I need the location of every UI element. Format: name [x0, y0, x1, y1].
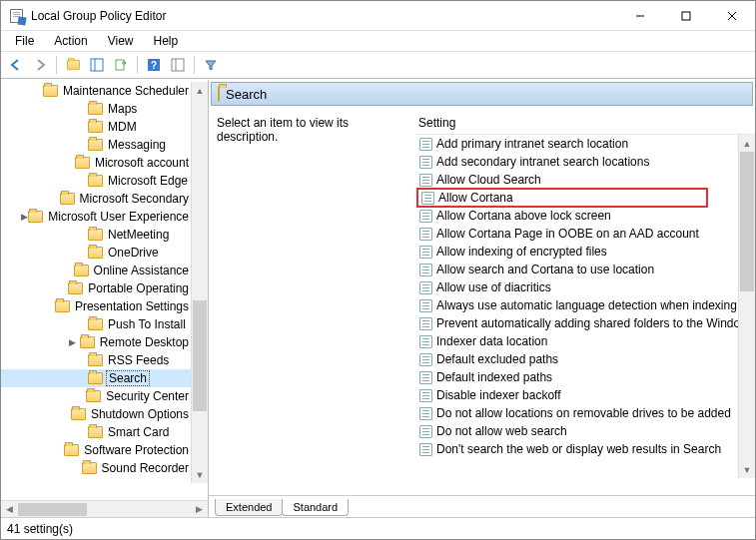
folder-icon: [87, 246, 103, 260]
back-button[interactable]: [5, 54, 27, 76]
tree-item[interactable]: OneDrive: [1, 244, 191, 262]
tree-item[interactable]: Software Protection: [1, 441, 191, 459]
tree-item[interactable]: Maintenance Scheduler: [1, 82, 191, 100]
maximize-button[interactable]: [663, 1, 709, 30]
tabs-strip: Extended Standard: [209, 495, 755, 517]
setting-item[interactable]: Allow Cortana above lock screen: [416, 207, 738, 225]
tree-item[interactable]: Presentation Settings: [1, 297, 191, 315]
setting-label: Default indexed paths: [436, 370, 552, 384]
titlebar: Local Group Policy Editor: [1, 1, 755, 31]
setting-item[interactable]: Prevent automatically adding shared fold…: [416, 314, 738, 332]
tree-item[interactable]: MDM: [1, 118, 191, 136]
setting-item[interactable]: Add secondary intranet search locations: [416, 153, 738, 171]
setting-item[interactable]: Disable indexer backoff: [416, 386, 738, 404]
setting-item[interactable]: Allow Cloud Search: [416, 171, 738, 189]
tree-item[interactable]: Microsoft account: [1, 154, 191, 172]
tab-extended[interactable]: Extended: [215, 499, 283, 516]
policy-icon: [418, 334, 432, 348]
tree-item[interactable]: ▶Microsoft User Experience: [1, 208, 191, 226]
tree-item[interactable]: Maps: [1, 100, 191, 118]
tree-item[interactable]: Shutdown Options: [1, 405, 191, 423]
forward-button[interactable]: [29, 54, 51, 76]
export-button[interactable]: [110, 54, 132, 76]
folder-icon: [75, 156, 90, 170]
setting-label: Always use automatic language detection …: [436, 298, 737, 312]
tree-item[interactable]: NetMeeting: [1, 226, 191, 244]
setting-item[interactable]: Do not allow locations on removable driv…: [416, 404, 738, 422]
setting-item[interactable]: Do not allow web search: [416, 422, 738, 440]
policy-icon: [418, 442, 432, 456]
tree-item[interactable]: Portable Operating: [1, 279, 191, 297]
properties-button[interactable]: [167, 54, 189, 76]
policy-icon: [418, 406, 432, 420]
detail-pane: Search Select an item to view its descri…: [209, 80, 755, 517]
setting-item[interactable]: Allow use of diacritics: [416, 278, 738, 296]
svg-rect-4: [91, 59, 103, 71]
settings-vertical-scrollbar[interactable]: ▲ ▼: [738, 135, 755, 478]
tree-item[interactable]: Sound Recorder: [1, 459, 191, 477]
setting-item[interactable]: Allow indexing of encrypted files: [416, 243, 738, 261]
setting-label: Allow Cloud Search: [436, 173, 541, 187]
setting-item[interactable]: Default indexed paths: [416, 368, 738, 386]
policy-icon: [418, 137, 432, 151]
setting-item[interactable]: Allow search and Cortana to use location: [416, 261, 738, 278]
tree-item[interactable]: Security Center: [1, 387, 191, 405]
tree-item[interactable]: ▶Remote Desktop: [1, 333, 191, 351]
setting-item[interactable]: Always use automatic language detection …: [416, 296, 738, 314]
setting-item[interactable]: Allow Cortana Page in OOBE on an AAD acc…: [416, 225, 738, 243]
menu-file[interactable]: File: [7, 33, 42, 49]
setting-item[interactable]: Default excluded paths: [416, 350, 738, 368]
close-button[interactable]: [709, 1, 755, 30]
menu-help[interactable]: Help: [146, 33, 187, 49]
tree-item[interactable]: Microsoft Edge: [1, 172, 191, 190]
setting-item[interactable]: Allow Cortana: [416, 188, 708, 208]
settings-column: Setting Add primary intranet search loca…: [416, 112, 755, 495]
setting-item[interactable]: Indexer data location: [416, 332, 738, 350]
tree-item-label: Remote Desktop: [98, 335, 191, 349]
folder-icon: [55, 299, 70, 313]
policy-icon: [418, 388, 432, 402]
tree-item[interactable]: Search: [1, 369, 191, 387]
setting-item[interactable]: Add primary intranet search location: [416, 135, 738, 153]
setting-label: Allow Cortana Page in OOBE on an AAD acc…: [436, 227, 699, 241]
filter-button[interactable]: [200, 54, 222, 76]
tree-item[interactable]: Microsoft Secondary: [1, 190, 191, 208]
setting-item[interactable]: Don't search the web or display web resu…: [416, 440, 738, 458]
toolbar: ?: [1, 51, 755, 79]
minimize-button[interactable]: [617, 1, 663, 30]
tree-item[interactable]: Online Assistance: [1, 262, 191, 279]
tree-item[interactable]: Push To Install: [1, 315, 191, 333]
setting-label: Add secondary intranet search locations: [436, 155, 649, 169]
detail-body: Select an item to view its description. …: [209, 106, 755, 495]
expander-icon[interactable]: ▶: [21, 212, 28, 222]
tree-item-label: Microsoft Edge: [106, 174, 190, 188]
menu-view[interactable]: View: [100, 33, 142, 49]
setting-label: Prevent automatically adding shared fold…: [436, 316, 755, 330]
help-button[interactable]: ?: [143, 54, 165, 76]
tree-item-label: Online Assistance: [92, 264, 191, 277]
menu-action[interactable]: Action: [46, 33, 95, 49]
tree-scroll[interactable]: Maintenance SchedulerMapsMDMMessagingMic…: [1, 82, 208, 500]
expander-icon[interactable]: ▶: [65, 337, 80, 347]
policy-icon: [418, 245, 432, 259]
setting-label: Allow Cortana above lock screen: [436, 209, 611, 223]
policy-icon: [418, 352, 432, 366]
tree-vertical-scrollbar[interactable]: ▲ ▼: [191, 82, 208, 483]
tree-item-label: Microsoft account: [93, 156, 191, 170]
setting-label: Do not allow locations on removable driv…: [436, 406, 731, 420]
tab-standard[interactable]: Standard: [282, 499, 349, 516]
settings-column-header[interactable]: Setting: [416, 112, 755, 135]
tree-horizontal-scrollbar[interactable]: ◀ ▶: [1, 500, 208, 517]
tree-item[interactable]: Smart Card: [1, 423, 191, 441]
up-folder-button[interactable]: [62, 54, 84, 76]
folder-icon: [71, 407, 86, 421]
show-tree-button[interactable]: [86, 54, 108, 76]
tree-item[interactable]: RSS Feeds: [1, 351, 191, 369]
policy-icon: [418, 173, 432, 187]
settings-list[interactable]: Add primary intranet search locationAdd …: [416, 135, 755, 495]
svg-rect-1: [682, 12, 690, 20]
setting-label: Allow Cortana: [438, 191, 513, 205]
tree-item[interactable]: Messaging: [1, 136, 191, 154]
setting-label: Disable indexer backoff: [436, 388, 561, 402]
setting-label: Allow search and Cortana to use location: [436, 263, 654, 276]
